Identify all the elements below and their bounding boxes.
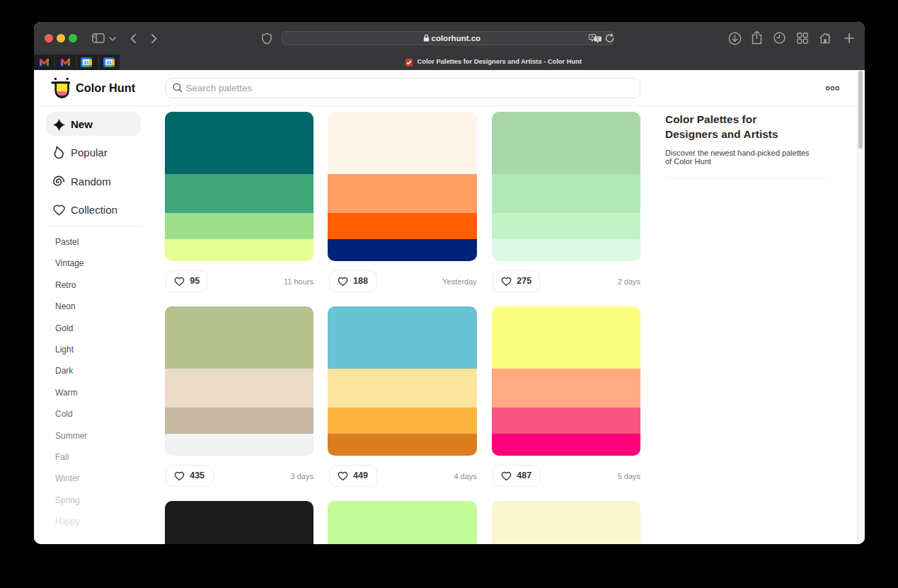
svg-text:A: A xyxy=(591,35,594,39)
svg-text:文: 文 xyxy=(596,36,600,41)
svg-text:31: 31 xyxy=(105,59,111,65)
svg-text:31: 31 xyxy=(84,59,89,65)
